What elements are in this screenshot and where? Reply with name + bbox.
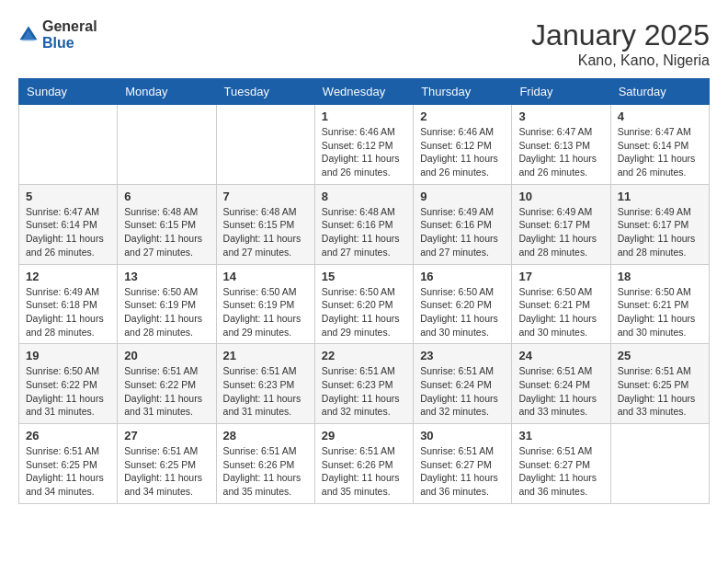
weekday-header-saturday: Saturday (610, 79, 709, 105)
day-number: 27 (124, 429, 209, 442)
day-number: 9 (420, 190, 505, 203)
day-number: 13 (124, 270, 209, 283)
calendar-cell: 23Sunrise: 6:51 AM Sunset: 6:24 PM Dayli… (414, 344, 512, 424)
day-number: 7 (223, 190, 308, 203)
day-info: Sunrise: 6:50 AM Sunset: 6:20 PM Dayligh… (420, 285, 505, 339)
day-info: Sunrise: 6:50 AM Sunset: 6:19 PM Dayligh… (223, 285, 308, 339)
calendar-cell (19, 105, 118, 185)
day-info: Sunrise: 6:51 AM Sunset: 6:27 PM Dayligh… (420, 444, 505, 499)
day-number: 19 (26, 349, 110, 362)
calendar-cell: 5Sunrise: 6:47 AM Sunset: 6:14 PM Daylig… (19, 184, 118, 264)
calendar-cell: 21Sunrise: 6:51 AM Sunset: 6:23 PM Dayli… (216, 344, 314, 424)
calendar-cell: 30Sunrise: 6:51 AM Sunset: 6:27 PM Dayli… (414, 424, 512, 504)
day-number: 5 (26, 190, 110, 203)
calendar-cell (216, 105, 314, 185)
day-number: 29 (322, 429, 406, 442)
day-number: 1 (322, 109, 406, 123)
day-info: Sunrise: 6:50 AM Sunset: 6:22 PM Dayligh… (26, 364, 110, 419)
day-number: 16 (420, 270, 505, 283)
day-info: Sunrise: 6:49 AM Sunset: 6:16 PM Dayligh… (420, 205, 505, 259)
day-info: Sunrise: 6:51 AM Sunset: 6:24 PM Dayligh… (420, 364, 505, 419)
calendar-cell: 4Sunrise: 6:47 AM Sunset: 6:14 PM Daylig… (610, 105, 709, 185)
calendar-cell: 3Sunrise: 6:47 AM Sunset: 6:13 PM Daylig… (512, 105, 610, 185)
day-number: 4 (618, 109, 702, 123)
calendar-week-row: 19Sunrise: 6:50 AM Sunset: 6:22 PM Dayli… (19, 344, 710, 424)
weekday-header-friday: Friday (512, 79, 610, 105)
day-info: Sunrise: 6:50 AM Sunset: 6:21 PM Dayligh… (518, 285, 603, 339)
calendar-cell: 27Sunrise: 6:51 AM Sunset: 6:25 PM Dayli… (118, 424, 216, 504)
day-info: Sunrise: 6:49 AM Sunset: 6:17 PM Dayligh… (618, 205, 702, 259)
day-info: Sunrise: 6:46 AM Sunset: 6:12 PM Dayligh… (420, 125, 505, 179)
day-number: 28 (223, 429, 308, 442)
day-info: Sunrise: 6:50 AM Sunset: 6:20 PM Dayligh… (322, 285, 406, 339)
day-number: 18 (618, 270, 702, 283)
location-title: Kano, Kano, Nigeria (531, 52, 710, 69)
calendar-cell: 11Sunrise: 6:49 AM Sunset: 6:17 PM Dayli… (610, 184, 709, 264)
month-title: January 2025 (531, 18, 710, 52)
day-info: Sunrise: 6:48 AM Sunset: 6:15 PM Dayligh… (223, 205, 308, 259)
day-info: Sunrise: 6:51 AM Sunset: 6:27 PM Dayligh… (518, 444, 603, 499)
weekday-header-tuesday: Tuesday (216, 79, 314, 105)
day-number: 6 (124, 190, 209, 203)
calendar-cell (610, 424, 709, 504)
weekday-header-thursday: Thursday (414, 79, 512, 105)
day-info: Sunrise: 6:51 AM Sunset: 6:23 PM Dayligh… (322, 364, 406, 419)
day-number: 30 (420, 429, 505, 442)
day-info: Sunrise: 6:51 AM Sunset: 6:25 PM Dayligh… (124, 444, 209, 499)
day-number: 10 (518, 190, 603, 203)
day-number: 8 (322, 190, 406, 203)
calendar-cell: 20Sunrise: 6:51 AM Sunset: 6:22 PM Dayli… (118, 344, 216, 424)
calendar-cell: 19Sunrise: 6:50 AM Sunset: 6:22 PM Dayli… (19, 344, 118, 424)
day-info: Sunrise: 6:48 AM Sunset: 6:15 PM Dayligh… (124, 205, 209, 259)
day-number: 23 (420, 349, 505, 362)
calendar-cell: 31Sunrise: 6:51 AM Sunset: 6:27 PM Dayli… (512, 424, 610, 504)
day-info: Sunrise: 6:47 AM Sunset: 6:14 PM Dayligh… (26, 205, 110, 259)
title-block: January 2025 Kano, Kano, Nigeria (531, 18, 710, 69)
day-info: Sunrise: 6:49 AM Sunset: 6:18 PM Dayligh… (26, 285, 110, 339)
calendar-cell: 28Sunrise: 6:51 AM Sunset: 6:26 PM Dayli… (216, 424, 314, 504)
logo: General Blue (18, 18, 97, 51)
day-info: Sunrise: 6:51 AM Sunset: 6:24 PM Dayligh… (518, 364, 603, 419)
calendar-cell: 13Sunrise: 6:50 AM Sunset: 6:19 PM Dayli… (118, 264, 216, 344)
day-info: Sunrise: 6:51 AM Sunset: 6:26 PM Dayligh… (223, 444, 308, 499)
day-number: 31 (518, 429, 603, 442)
day-info: Sunrise: 6:48 AM Sunset: 6:16 PM Dayligh… (322, 205, 406, 259)
day-number: 2 (420, 109, 505, 123)
day-info: Sunrise: 6:51 AM Sunset: 6:26 PM Dayligh… (322, 444, 406, 499)
calendar-week-row: 1Sunrise: 6:46 AM Sunset: 6:12 PM Daylig… (19, 105, 710, 185)
day-info: Sunrise: 6:46 AM Sunset: 6:12 PM Dayligh… (322, 125, 406, 179)
logo-icon (18, 25, 39, 45)
day-info: Sunrise: 6:51 AM Sunset: 6:23 PM Dayligh… (223, 364, 308, 419)
day-number: 25 (618, 349, 702, 362)
day-number: 21 (223, 349, 308, 362)
day-info: Sunrise: 6:51 AM Sunset: 6:25 PM Dayligh… (26, 444, 110, 499)
calendar-cell: 6Sunrise: 6:48 AM Sunset: 6:15 PM Daylig… (118, 184, 216, 264)
calendar-cell: 16Sunrise: 6:50 AM Sunset: 6:20 PM Dayli… (414, 264, 512, 344)
day-number: 22 (322, 349, 406, 362)
calendar-cell: 9Sunrise: 6:49 AM Sunset: 6:16 PM Daylig… (414, 184, 512, 264)
day-number: 15 (322, 270, 406, 283)
day-info: Sunrise: 6:51 AM Sunset: 6:22 PM Dayligh… (124, 364, 209, 419)
calendar-cell: 15Sunrise: 6:50 AM Sunset: 6:20 PM Dayli… (314, 264, 413, 344)
calendar-cell: 12Sunrise: 6:49 AM Sunset: 6:18 PM Dayli… (19, 264, 118, 344)
day-info: Sunrise: 6:51 AM Sunset: 6:25 PM Dayligh… (618, 364, 702, 419)
calendar-table: SundayMondayTuesdayWednesdayThursdayFrid… (18, 78, 710, 504)
calendar-week-row: 12Sunrise: 6:49 AM Sunset: 6:18 PM Dayli… (19, 264, 710, 344)
calendar-cell: 7Sunrise: 6:48 AM Sunset: 6:15 PM Daylig… (216, 184, 314, 264)
calendar-week-row: 26Sunrise: 6:51 AM Sunset: 6:25 PM Dayli… (19, 424, 710, 504)
day-info: Sunrise: 6:49 AM Sunset: 6:17 PM Dayligh… (518, 205, 603, 259)
day-number: 17 (518, 270, 603, 283)
calendar-cell (118, 105, 216, 185)
page-header: General Blue January 2025 Kano, Kano, Ni… (18, 18, 710, 69)
day-number: 14 (223, 270, 308, 283)
calendar-cell: 14Sunrise: 6:50 AM Sunset: 6:19 PM Dayli… (216, 264, 314, 344)
calendar-cell: 1Sunrise: 6:46 AM Sunset: 6:12 PM Daylig… (314, 105, 413, 185)
weekday-header-sunday: Sunday (19, 79, 118, 105)
day-info: Sunrise: 6:50 AM Sunset: 6:21 PM Dayligh… (618, 285, 702, 339)
calendar-cell: 22Sunrise: 6:51 AM Sunset: 6:23 PM Dayli… (314, 344, 413, 424)
calendar-cell: 18Sunrise: 6:50 AM Sunset: 6:21 PM Dayli… (610, 264, 709, 344)
day-info: Sunrise: 6:47 AM Sunset: 6:14 PM Dayligh… (618, 125, 702, 179)
day-number: 3 (518, 109, 603, 123)
calendar-week-row: 5Sunrise: 6:47 AM Sunset: 6:14 PM Daylig… (19, 184, 710, 264)
weekday-header-row: SundayMondayTuesdayWednesdayThursdayFrid… (19, 79, 710, 105)
